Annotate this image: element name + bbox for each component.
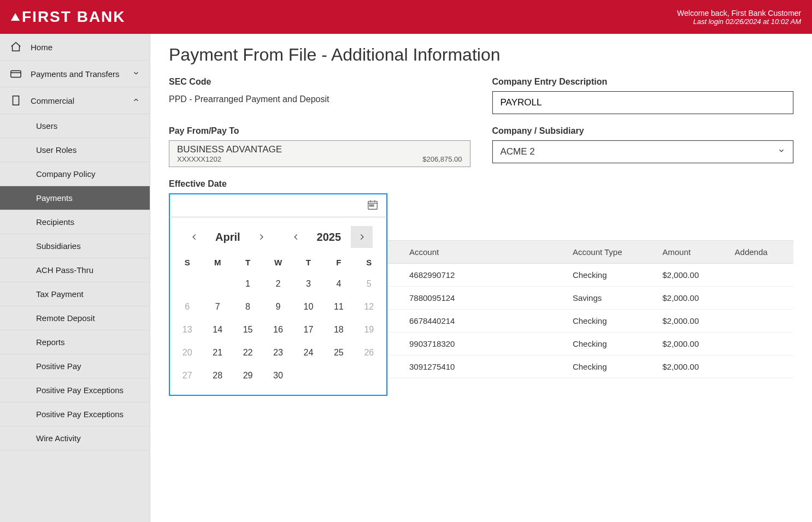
- calendar-dow: M: [202, 252, 232, 272]
- calendar-day[interactable]: 1: [233, 272, 263, 295]
- sidebar-item-ach-pass-thru[interactable]: ACH Pass-Thru: [0, 258, 150, 282]
- table-header: Addenda: [726, 241, 793, 264]
- pay-from-label: Pay From/Pay To: [169, 126, 470, 136]
- calendar-day[interactable]: 17: [293, 318, 323, 341]
- calendar-day[interactable]: 29: [233, 364, 263, 387]
- sidebar-item-label: Wire Activity: [36, 434, 81, 443]
- svg-rect-14: [372, 205, 374, 206]
- select-value: ACME 2: [501, 146, 535, 157]
- sidebar: Home Payments and Transfers Commercial U…: [0, 34, 150, 522]
- sidebar-item-label: ACH Pass-Thru: [36, 265, 93, 275]
- sidebar-item-user-roles[interactable]: User Roles: [0, 138, 150, 162]
- sidebar-item-label: Recipients: [36, 217, 74, 227]
- bank-logo: FIRST BANK: [11, 8, 126, 26]
- prev-year-button[interactable]: [285, 226, 307, 248]
- sidebar-item-home[interactable]: Home: [0, 34, 150, 61]
- sidebar-item-commercial[interactable]: Commercial: [0, 87, 150, 114]
- sidebar-item-company-policy[interactable]: Company Policy: [0, 162, 150, 186]
- sidebar-item-tax-payment[interactable]: Tax Payment: [0, 282, 150, 306]
- calendar-day[interactable]: 16: [263, 318, 293, 341]
- sidebar-item-wire-activity[interactable]: Wire Activity: [0, 426, 150, 450]
- calendar-day: 6: [172, 295, 202, 318]
- calendar-day: 27: [172, 364, 202, 387]
- svg-rect-13: [370, 205, 372, 206]
- main-content: Payment From File - Additional Informati…: [150, 34, 812, 522]
- sidebar-item-label: Home: [31, 43, 52, 52]
- calendar-day: 26: [354, 341, 384, 364]
- calendar-day[interactable]: 11: [323, 295, 354, 318]
- calendar-day: [172, 272, 202, 295]
- table-cell-addenda: [726, 355, 793, 378]
- table-cell-addenda: [726, 264, 793, 287]
- effective-date-input[interactable]: [169, 193, 387, 217]
- sidebar-item-reports[interactable]: Reports: [0, 330, 150, 354]
- next-month-button[interactable]: [250, 226, 272, 248]
- sidebar-item-users[interactable]: Users: [0, 114, 150, 138]
- calendar-day[interactable]: 8: [233, 295, 263, 318]
- calendar-day[interactable]: 7: [202, 295, 232, 318]
- calendar-day[interactable]: 3: [293, 272, 323, 295]
- calendar-day: 13: [172, 318, 202, 341]
- company-entry-label: Company Entry Description: [492, 77, 794, 87]
- chevron-down-icon: [132, 69, 140, 79]
- calendar-day: 19: [354, 318, 384, 341]
- calendar-day[interactable]: 15: [233, 318, 263, 341]
- calendar-dow: T: [293, 252, 323, 272]
- calendar-year: 2025: [310, 231, 348, 244]
- calendar-day[interactable]: 23: [263, 341, 293, 364]
- company-entry-input[interactable]: [492, 91, 794, 114]
- pay-from-group: Pay From/Pay To BUSINESS ADVANTAGE XXXXX…: [169, 126, 470, 167]
- calendar-day[interactable]: 18: [323, 318, 354, 341]
- account-balance: $206,875.00: [422, 155, 462, 163]
- sidebar-item-payments[interactable]: Payments: [0, 186, 150, 210]
- table-cell-type: Savings: [564, 287, 654, 310]
- chevron-down-icon: [778, 146, 785, 157]
- calendar-popup: April 2025 SMTWTFS1234567891011121314151…: [169, 217, 387, 396]
- table-cell-addenda: [726, 333, 793, 355]
- calendar-dow: S: [354, 252, 384, 272]
- table-cell-amount: $2,000.00: [654, 264, 726, 287]
- calendar-day: [323, 364, 354, 387]
- sidebar-item-subsidiaries[interactable]: Subsidiaries: [0, 234, 150, 258]
- table-cell-addenda: [726, 310, 793, 333]
- calendar-day[interactable]: 30: [263, 364, 293, 387]
- calendar-day[interactable]: 24: [293, 341, 323, 364]
- calendar-day[interactable]: 22: [233, 341, 263, 364]
- sec-code-label: SEC Code: [169, 77, 470, 87]
- calendar-day[interactable]: 4: [323, 272, 354, 295]
- table-cell-amount: $2,000.00: [654, 310, 726, 333]
- table-cell-type: Checking: [564, 355, 654, 378]
- home-icon: [10, 41, 22, 53]
- sidebar-item-label: Commercial: [31, 96, 74, 105]
- account-name: BUSINESS ADVANTAGE: [177, 144, 462, 155]
- calendar-day[interactable]: 21: [202, 341, 232, 364]
- calendar-day: [293, 364, 323, 387]
- calendar-day[interactable]: 9: [263, 295, 293, 318]
- calendar-day[interactable]: 28: [202, 364, 232, 387]
- effective-date-label: Effective Date: [169, 179, 793, 189]
- building-icon: [10, 94, 22, 106]
- sidebar-item-positive-pay-exceptions[interactable]: Positive Pay Exceptions: [0, 402, 150, 426]
- sidebar-item-label: Positive Pay Exceptions: [36, 385, 123, 395]
- company-subsidiary-label: Company / Subsidiary: [492, 126, 794, 136]
- sidebar-item-payments-transfers[interactable]: Payments and Transfers: [0, 61, 150, 87]
- calendar-day[interactable]: 10: [293, 295, 323, 318]
- pay-from-account-selector[interactable]: BUSINESS ADVANTAGE XXXXXX1202 $206,875.0…: [169, 140, 470, 167]
- sidebar-item-recipients[interactable]: Recipients: [0, 210, 150, 234]
- prev-month-button[interactable]: [184, 226, 205, 248]
- sidebar-item-positive-pay-exceptions[interactable]: Positive Pay Exceptions: [0, 378, 150, 402]
- account-number: XXXXXX1202: [177, 155, 221, 163]
- calendar-day[interactable]: 2: [263, 272, 293, 295]
- page-title: Payment From File - Additional Informati…: [169, 45, 793, 65]
- table-header: Amount: [654, 241, 726, 264]
- sec-code-value: PPD - Prearranged Payment and Deposit: [169, 94, 470, 104]
- sidebar-item-positive-pay[interactable]: Positive Pay: [0, 354, 150, 378]
- sidebar-item-remote-deposit[interactable]: Remote Deposit: [0, 306, 150, 330]
- calendar-day[interactable]: 14: [202, 318, 232, 341]
- next-year-button[interactable]: [351, 226, 373, 248]
- calendar-day[interactable]: 25: [323, 341, 354, 364]
- table-cell-amount: $2,000.00: [654, 287, 726, 310]
- table-cell-type: Checking: [564, 333, 654, 355]
- company-subsidiary-select[interactable]: ACME 2: [492, 140, 794, 163]
- calendar-dow: W: [263, 252, 293, 272]
